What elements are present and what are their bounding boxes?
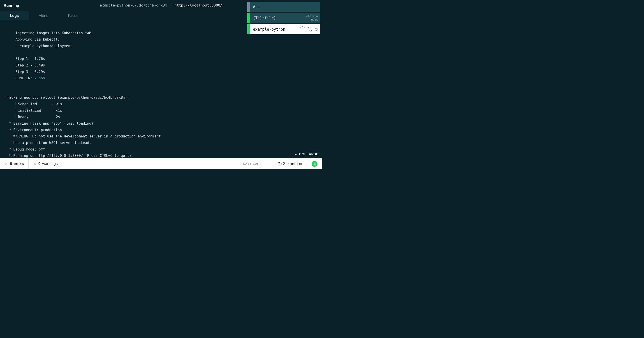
chevron-right-icon: » bbox=[295, 152, 297, 156]
sidebar-item-all[interactable]: ALL bbox=[247, 2, 320, 12]
errors-label: errors bbox=[14, 162, 24, 166]
tilt-badge-icon[interactable] bbox=[312, 161, 318, 167]
last-edit-label: LAST EDIT: bbox=[243, 162, 261, 166]
log-pane: Injecting images into Kubernetes YAML Ap… bbox=[0, 22, 246, 158]
warnings-label: warnings bbox=[42, 162, 58, 166]
sidebar-item-tiltfile[interactable]: (Tiltfile) <1m ago 0.0s bbox=[247, 13, 320, 23]
status-stripe bbox=[247, 13, 250, 23]
error-count: 0 bbox=[10, 162, 12, 166]
done-time: 2.55s bbox=[34, 76, 45, 80]
status-stripe bbox=[247, 2, 250, 12]
warning-icon bbox=[33, 162, 36, 166]
footer-errors[interactable]: 0 errors bbox=[0, 159, 29, 169]
error-icon bbox=[4, 162, 8, 166]
running-count: 2/2 running bbox=[273, 159, 308, 169]
warning-count: 0 bbox=[38, 162, 40, 166]
status-stripe bbox=[247, 24, 250, 34]
last-edit-value: — bbox=[264, 161, 268, 166]
resource-duration: 0.0s bbox=[306, 18, 318, 22]
collapse-button[interactable]: » COLLAPSE bbox=[295, 152, 318, 156]
header-divider bbox=[170, 3, 171, 8]
resource-age: <1m ago bbox=[300, 26, 312, 29]
sidebar-item-label: example-python bbox=[253, 27, 300, 31]
refresh-icon[interactable] bbox=[314, 28, 318, 31]
tab-alerts[interactable]: Alerts bbox=[29, 11, 58, 20]
tab-logs[interactable]: Logs bbox=[0, 11, 29, 20]
status-running: Running bbox=[4, 3, 19, 8]
tab-facets[interactable]: Facets bbox=[58, 11, 89, 20]
sidebar-item-example-python[interactable]: example-python <1m ago 2.5s bbox=[247, 24, 320, 34]
resource-duration: 2.5s bbox=[300, 29, 312, 33]
endpoint-link[interactable]: http://localhost:8000/ bbox=[174, 3, 222, 7]
resource-age: <1m ago bbox=[306, 14, 318, 18]
pod-name: example-python-677dc7bc4b-drx8m bbox=[100, 3, 167, 7]
collapse-label: COLLAPSE bbox=[299, 152, 318, 156]
footer-warnings[interactable]: 0 warnings bbox=[29, 159, 62, 169]
sidebar-item-label: (Tiltfile) bbox=[253, 16, 306, 20]
sidebar-item-label: ALL bbox=[253, 4, 320, 9]
